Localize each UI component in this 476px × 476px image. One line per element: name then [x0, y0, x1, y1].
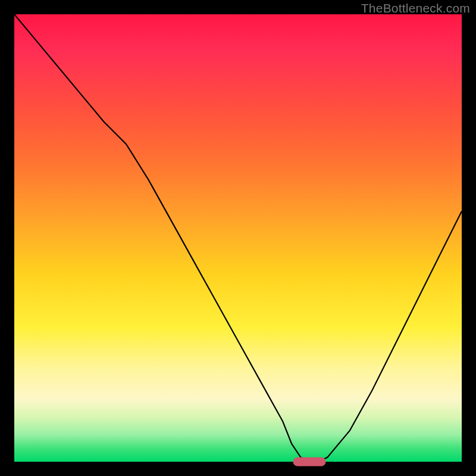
curve-path: [14, 14, 462, 462]
watermark-text: TheBottleneck.com: [361, 1, 470, 15]
optimal-marker: [293, 458, 326, 466]
bottleneck-curve: [14, 14, 462, 462]
chart-frame: TheBottleneck.com: [0, 0, 476, 476]
